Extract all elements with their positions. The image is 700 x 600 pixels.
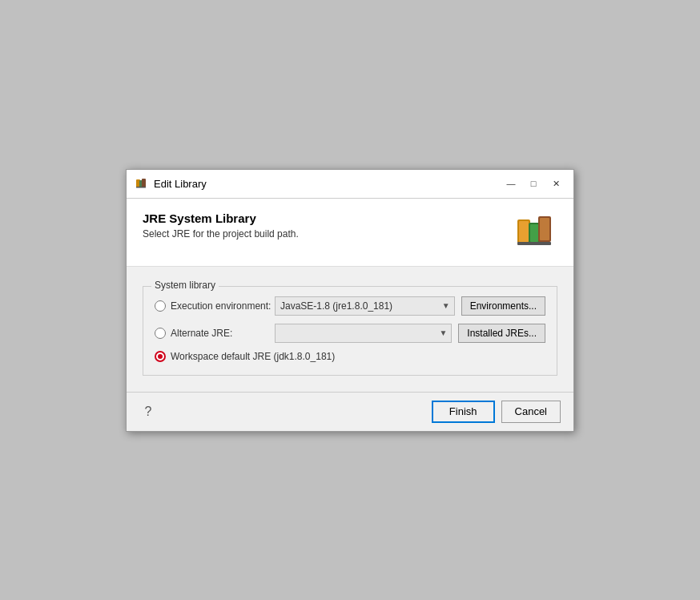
maximize-button[interactable]: □: [524, 175, 543, 192]
title-bar-controls: — □ ✕: [501, 175, 565, 192]
svg-rect-5: [519, 221, 529, 242]
execution-environment-label: Execution environment:: [171, 300, 275, 312]
workspace-default-row: Workspace default JRE (jdk1.8.0_181): [155, 351, 545, 362]
svg-rect-7: [530, 224, 538, 242]
svg-rect-2: [142, 179, 146, 187]
dialog-icon: [135, 176, 149, 191]
minimize-button[interactable]: —: [501, 175, 521, 192]
footer-buttons: Finish Cancel: [432, 401, 561, 423]
execution-environment-select-wrapper: JavaSE-1.8 (jre1.8.0_181) ▼: [275, 296, 455, 316]
svg-rect-9: [540, 218, 549, 240]
execution-environment-row: Execution environment: JavaSE-1.8 (jre1.…: [155, 296, 545, 316]
alternate-jre-label: Alternate JRE:: [171, 328, 275, 339]
dialog-window: Edit Library — □ ✕ JRE System Library Se…: [126, 169, 574, 432]
dialog-header: JRE System Library Select JRE for the pr…: [127, 199, 573, 267]
group-legend: System library: [151, 280, 219, 291]
library-icon: [516, 211, 557, 255]
page-title: JRE System Library: [143, 211, 299, 225]
finish-button[interactable]: Finish: [432, 401, 495, 423]
title-bar: Edit Library — □ ✕: [127, 170, 573, 199]
dialog-footer: ? Finish Cancel: [127, 392, 573, 431]
execution-environment-radio[interactable]: [155, 300, 166, 312]
alternate-jre-radio[interactable]: [155, 328, 166, 339]
cancel-button[interactable]: Cancel: [501, 401, 561, 423]
alternate-jre-select-wrapper: ▼: [275, 324, 452, 343]
dialog-header-text: JRE System Library Select JRE for the pr…: [143, 211, 299, 240]
execution-environment-select[interactable]: JavaSE-1.8 (jre1.8.0_181): [275, 296, 455, 316]
close-button[interactable]: ✕: [546, 175, 565, 192]
execution-environment-controls: JavaSE-1.8 (jre1.8.0_181) ▼ Environments…: [275, 296, 545, 316]
alternate-jre-row: Alternate JRE: ▼ Installed JREs...: [155, 324, 545, 343]
alternate-jre-select[interactable]: [275, 324, 452, 343]
workspace-default-radio[interactable]: [155, 351, 166, 362]
dialog-body: System library Execution environment: Ja…: [127, 267, 573, 392]
svg-rect-3: [136, 187, 146, 188]
help-button[interactable]: ?: [139, 403, 157, 421]
title-bar-title: Edit Library: [154, 178, 501, 190]
workspace-default-label: Workspace default JRE (jdk1.8.0_181): [171, 351, 335, 362]
environments-button[interactable]: Environments...: [461, 296, 545, 316]
page-subtitle: Select JRE for the project build path.: [143, 228, 299, 240]
alternate-jre-controls: ▼ Installed JREs...: [275, 324, 545, 343]
system-library-group: System library Execution environment: Ja…: [143, 286, 557, 376]
installed-jres-button[interactable]: Installed JREs...: [458, 324, 545, 343]
svg-rect-10: [517, 242, 551, 245]
